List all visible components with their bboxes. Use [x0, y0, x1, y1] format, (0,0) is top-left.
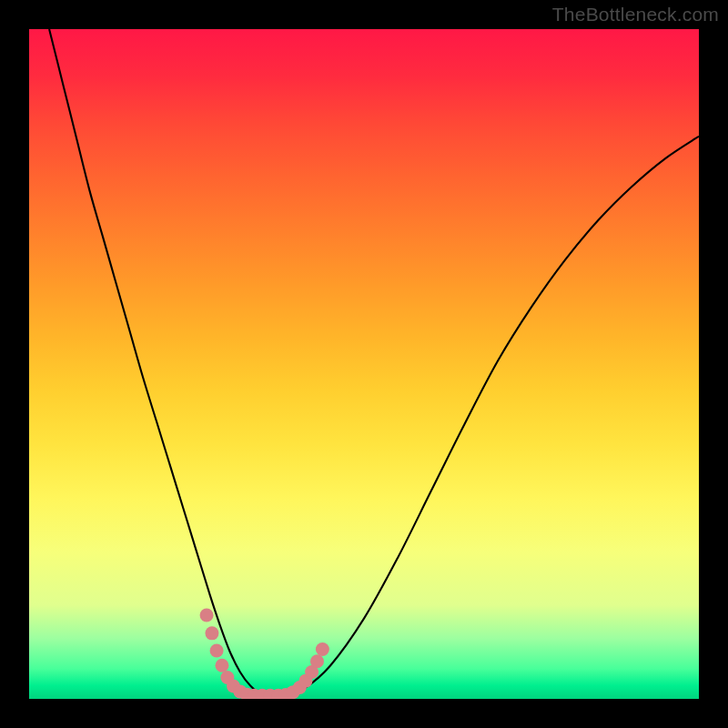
highlight-dot — [200, 609, 214, 622]
watermark-text: TheBottleneck.com — [552, 4, 719, 25]
highlight-dot — [310, 654, 324, 668]
highlight-dot — [215, 659, 228, 672]
highlight-dot — [210, 644, 224, 658]
highlight-dot — [205, 626, 218, 640]
chart-plot-area — [29, 29, 699, 699]
highlight-dots-layer — [29, 29, 699, 699]
highlight-dot — [316, 642, 329, 656]
highlight-dots — [200, 609, 329, 700]
